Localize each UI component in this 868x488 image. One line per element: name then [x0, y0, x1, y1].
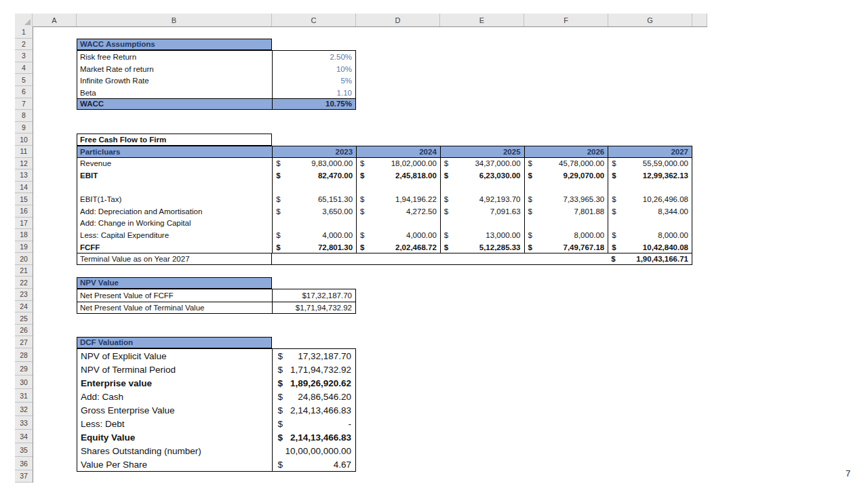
row-label[interactable]: Infinite Growth Rate	[77, 75, 272, 87]
row-header-14[interactable]: 14	[15, 182, 33, 194]
column-header-stub[interactable]	[692, 14, 707, 26]
row-header-8[interactable]: 8	[15, 110, 33, 122]
select-all-corner[interactable]	[15, 14, 33, 26]
cell-value[interactable]: $34,37,000.00	[440, 158, 524, 170]
column-header-A[interactable]: A	[33, 14, 77, 26]
year-header-2027[interactable]: 2027	[608, 146, 692, 157]
cell-value[interactable]: $18,02,000.00	[356, 158, 440, 170]
year-header-2026[interactable]: 2026	[524, 146, 608, 157]
row-label[interactable]: Net Present Value of FCFF	[77, 289, 272, 302]
cell-value[interactable]	[440, 218, 524, 230]
cell-value[interactable]: $4,000.00	[272, 229, 356, 241]
row-header-3[interactable]: 3	[15, 50, 33, 62]
row-label[interactable]: Beta	[77, 87, 272, 99]
wacc-total-row[interactable]: WACC 10.75%	[77, 98, 356, 110]
column-header-B[interactable]: B	[77, 14, 272, 26]
column-header-D[interactable]: D	[356, 14, 440, 26]
row-header-11[interactable]: 11	[15, 146, 33, 158]
column-header-F[interactable]: F	[524, 14, 608, 26]
cell-value[interactable]: $10,42,840.08	[608, 241, 692, 253]
row-label[interactable]: EBIT	[77, 169, 272, 182]
cell-value[interactable]: 5%	[272, 75, 355, 87]
cell-value[interactable]: $2,14,13,466.83	[272, 403, 355, 417]
row-header-29[interactable]: 29	[15, 362, 33, 375]
cell-value[interactable]: $3,650.00	[272, 205, 356, 218]
column-header-G[interactable]: G	[608, 14, 692, 26]
cell-value[interactable]: $4,000.00	[356, 229, 440, 241]
column-header-E[interactable]: E	[440, 14, 524, 26]
dcf-title-cell[interactable]: DCF Valuation	[77, 337, 272, 349]
cell-value[interactable]: $1,71,94,732.92	[272, 302, 355, 314]
row-header-35[interactable]: 35	[15, 443, 33, 457]
cell-value[interactable]: $8,000.00	[608, 229, 692, 241]
row-header-10[interactable]: 10	[15, 134, 33, 146]
row-header-34[interactable]: 34	[15, 430, 33, 443]
row-header-12[interactable]: 12	[15, 158, 33, 170]
row-label[interactable]: Add: Cash	[77, 390, 272, 403]
row-header-2[interactable]: 2	[15, 39, 33, 51]
row-header-7[interactable]: 7	[15, 98, 33, 110]
row-label[interactable]: Less: Debt	[77, 417, 272, 430]
cell-value[interactable]: $2,02,468.72	[356, 241, 440, 253]
row-header-18[interactable]: 18	[15, 229, 33, 241]
cell-value[interactable]: $8,344.00	[608, 205, 692, 218]
cell-value[interactable]: $7,801.88	[524, 205, 608, 218]
cell-value[interactable]: $8,000.00	[524, 229, 608, 241]
year-header-2024[interactable]: 2024	[356, 146, 440, 157]
cell-value[interactable]: $9,29,070.00	[524, 169, 608, 182]
year-header-2025[interactable]: 2025	[440, 146, 524, 157]
row-label[interactable]: Enterprise value	[77, 376, 272, 390]
cell-value[interactable]: $4.67	[272, 458, 355, 471]
row-header-13[interactable]: 13	[15, 169, 33, 182]
cell-value[interactable]	[608, 218, 692, 230]
cell-value[interactable]	[272, 182, 356, 194]
cell-value[interactable]: $1,89,26,920.62	[272, 376, 355, 390]
row-header-5[interactable]: 5	[15, 74, 33, 86]
row-header-31[interactable]: 31	[15, 389, 33, 403]
fcff-title-cell[interactable]: Free Cash Flow to Firm	[77, 134, 272, 146]
row-header-33[interactable]: 33	[15, 416, 33, 430]
row-header-37[interactable]: 37	[15, 470, 33, 483]
wacc-title-cell[interactable]: WACC Assumptions	[77, 39, 272, 51]
row-label[interactable]: Market Rate of return	[77, 63, 272, 75]
cell-value[interactable]: 10%	[272, 63, 355, 75]
cell-value[interactable]: 2.50%	[272, 51, 355, 63]
cell-value[interactable]: $12,99,362.13	[608, 169, 692, 182]
cell-value[interactable]	[272, 218, 356, 230]
cell-value[interactable]	[356, 218, 440, 230]
row-header-26[interactable]: 26	[15, 325, 33, 337]
npv-title-cell[interactable]: NPV Value	[77, 277, 272, 289]
row-label[interactable]	[77, 182, 272, 194]
terminal-value-label[interactable]: Terminal Value as on Year 2027	[77, 253, 272, 264]
row-label[interactable]: FCFF	[77, 241, 272, 253]
cell-value[interactable]: $5,12,285.33	[440, 241, 524, 253]
cell-value[interactable]: $7,49,767.18	[524, 241, 608, 253]
cell-value[interactable]	[524, 218, 608, 230]
terminal-value-amount[interactable]: $1,90,43,166.71	[608, 253, 692, 264]
cell-value[interactable]	[608, 182, 692, 194]
cell-value[interactable]: $10,26,496.08	[608, 193, 692, 205]
fcff-header-label[interactable]: Particluars	[77, 146, 272, 157]
row-header-25[interactable]: 25	[15, 312, 33, 325]
cell-value[interactable]: $7,091.63	[440, 205, 524, 218]
row-header-15[interactable]: 15	[15, 193, 33, 205]
row-label[interactable]: Equity Value	[77, 430, 272, 444]
cell-value[interactable]: $45,78,000.00	[524, 158, 608, 170]
cell-value[interactable]	[440, 182, 524, 194]
cell-value[interactable]: $2,45,818.00	[356, 169, 440, 182]
row-header-28[interactable]: 28	[15, 348, 33, 362]
row-header-24[interactable]: 24	[15, 301, 33, 313]
cell-value[interactable]: $55,59,000.00	[608, 158, 692, 170]
row-label[interactable]: NPV of Explicit Value	[77, 349, 272, 363]
row-header-20[interactable]: 20	[15, 253, 33, 265]
row-header-9[interactable]: 9	[15, 122, 33, 134]
cell-value[interactable]: $9,83,000.00	[272, 158, 356, 170]
row-header-22[interactable]: 22	[15, 277, 33, 289]
row-label[interactable]: NPV of Terminal Period	[77, 363, 272, 376]
wacc-total-value[interactable]: 10.75%	[272, 99, 355, 110]
row-header-4[interactable]: 4	[15, 62, 33, 75]
row-label[interactable]: Add: Change in Working Capital	[77, 218, 272, 230]
cell-value[interactable]: $2,14,13,466.83	[272, 430, 355, 444]
year-header-2023[interactable]: 2023	[272, 146, 356, 157]
cell-value[interactable]: $24,86,546.20	[272, 390, 355, 403]
